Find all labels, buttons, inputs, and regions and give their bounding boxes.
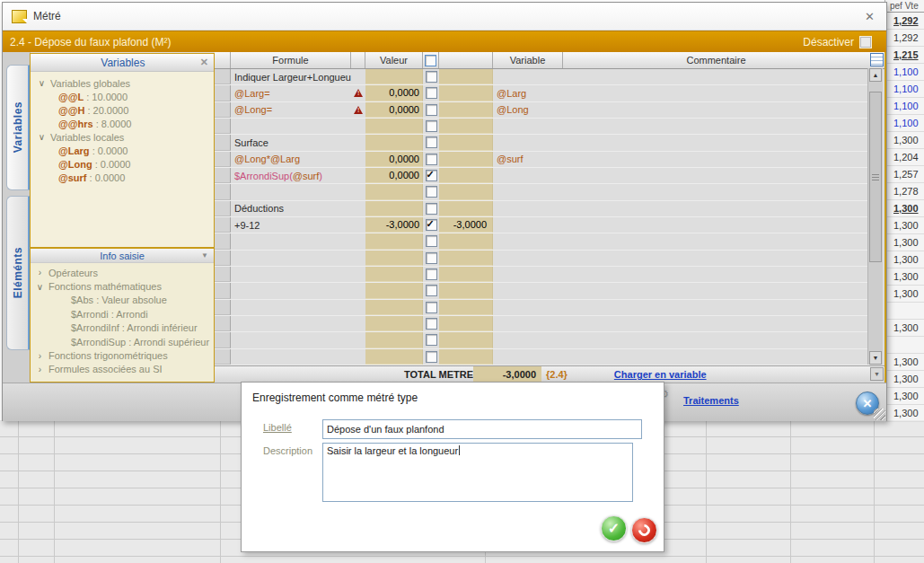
deduction-cell[interactable] [439, 168, 493, 183]
row-selector[interactable] [215, 283, 231, 298]
coef-cell[interactable]: 1,300 [885, 234, 924, 251]
col-header-valeur[interactable]: Valeur [365, 52, 423, 68]
row-checkbox[interactable] [426, 87, 437, 99]
value-cell[interactable] [365, 233, 423, 249]
comment-cell[interactable] [563, 267, 869, 282]
deduction-cell[interactable] [439, 267, 493, 282]
row-checkbox[interactable] [426, 170, 437, 181]
value-cell[interactable]: 0,0000 [365, 102, 423, 118]
treatments-link[interactable]: Traitements [683, 395, 739, 406]
coef-cell[interactable]: 1,300 [885, 286, 924, 303]
variable-cell[interactable] [493, 267, 563, 282]
value-cell[interactable] [365, 316, 423, 331]
row-checkbox[interactable] [426, 318, 437, 330]
variable-cell[interactable] [493, 283, 563, 298]
row-selector[interactable] [215, 168, 231, 183]
collapse-icon[interactable]: ▼ [196, 251, 214, 260]
chevron-down-icon[interactable]: ▼ [870, 367, 884, 381]
formula-cell[interactable] [231, 316, 351, 331]
variable-cell[interactable]: @surf [493, 152, 563, 167]
comment-cell[interactable] [563, 168, 869, 183]
row-checkbox[interactable] [426, 252, 437, 264]
deduction-cell[interactable] [439, 152, 493, 167]
function-item[interactable]: $ArrondiSup : Arrondi supérieur [31, 335, 214, 348]
row-checkbox[interactable] [426, 302, 437, 313]
variable-cell[interactable] [493, 316, 563, 331]
col-header-commentaire[interactable]: Commentaire [563, 52, 869, 68]
tree-group-globales[interactable]: ∨ Variables globales [34, 76, 210, 90]
coef-cell[interactable]: 1,300 [885, 132, 924, 149]
tab-variables[interactable]: Variables [6, 65, 31, 190]
row-checkbox[interactable] [426, 154, 437, 165]
deduction-cell[interactable] [439, 201, 493, 216]
load-as-variable-link[interactable]: Charger en variable [614, 369, 707, 380]
deduction-cell[interactable]: -3,0000 [439, 217, 493, 233]
function-item[interactable]: ∨Fonctions mathématiques [31, 279, 214, 293]
row-selector[interactable] [215, 119, 231, 134]
row-selector[interactable] [215, 152, 231, 167]
variable-cell[interactable] [493, 119, 563, 134]
variable-cell[interactable] [493, 69, 563, 84]
scrollbar-thumb[interactable] [869, 92, 882, 262]
col-header-formule[interactable]: Formule [231, 52, 351, 68]
row-checkbox[interactable] [426, 235, 437, 247]
comment-cell[interactable] [563, 201, 869, 216]
variable-cell[interactable] [493, 300, 563, 315]
formula-cell[interactable] [231, 332, 351, 347]
row-selector[interactable] [215, 184, 231, 199]
row-selector[interactable] [215, 201, 231, 216]
formula-cell[interactable] [231, 267, 351, 282]
row-selector[interactable] [215, 102, 231, 118]
row-selector[interactable] [215, 332, 231, 347]
row-selector[interactable] [215, 316, 231, 331]
row-selector[interactable] [215, 135, 231, 150]
formula-cell[interactable]: @Larg= [231, 85, 351, 101]
coef-cell[interactable]: 1,100 [885, 81, 924, 98]
row-checkbox[interactable] [426, 120, 437, 132]
comment-cell[interactable] [563, 69, 869, 84]
coef-cell[interactable]: 1,292 [885, 30, 924, 47]
formula-cell[interactable]: Surface [231, 135, 351, 150]
row-selector[interactable] [215, 267, 231, 282]
scroll-up-icon[interactable]: ▲ [869, 68, 882, 82]
libelle-input[interactable] [322, 419, 642, 439]
chevron-down-icon[interactable]: ∨ [38, 78, 46, 88]
coef-cell[interactable]: 1,215 [885, 47, 924, 64]
variable-item[interactable]: @@H : 20.0000 [34, 103, 210, 117]
coef-cell[interactable]: 1,300 [885, 268, 924, 286]
cancel-button[interactable] [631, 517, 657, 543]
coef-cell[interactable]: 1,204 [885, 149, 924, 166]
function-item[interactable]: $Abs : Valeur absolue [31, 294, 214, 307]
row-checkbox[interactable] [426, 219, 437, 231]
comment-cell[interactable] [563, 152, 869, 167]
variable-cell[interactable] [493, 184, 563, 199]
comment-cell[interactable] [563, 316, 869, 331]
coef-cell[interactable]: 1,300 [885, 251, 924, 268]
row-selector[interactable] [215, 251, 231, 266]
value-cell[interactable] [365, 184, 423, 199]
coef-cell[interactable]: 1,300 [885, 217, 924, 234]
confirm-button[interactable]: ✓ [601, 515, 627, 541]
row-checkbox[interactable] [426, 104, 437, 116]
value-cell[interactable]: 0,0000 [365, 152, 423, 167]
comment-cell[interactable] [563, 102, 869, 118]
description-textarea[interactable]: Saisir la largeur et la longueur [322, 443, 633, 502]
deduction-cell[interactable] [439, 349, 493, 365]
deduction-cell[interactable] [439, 135, 493, 150]
comment-cell[interactable] [563, 349, 869, 365]
row-selector[interactable] [215, 85, 231, 101]
deduction-cell[interactable] [439, 332, 493, 347]
formula-cell[interactable] [231, 184, 351, 199]
row-checkbox[interactable] [426, 203, 437, 215]
variable-cell[interactable] [493, 168, 563, 183]
coef-cell[interactable]: 1,292 [885, 13, 924, 30]
coef-cell[interactable]: 1,300 [885, 371, 924, 388]
comment-cell[interactable] [563, 332, 869, 347]
value-cell[interactable] [365, 283, 423, 298]
variable-item[interactable]: @@L : 10.0000 [34, 90, 210, 103]
formula-cell[interactable]: Déductions [231, 201, 351, 216]
deduction-cell[interactable] [439, 119, 493, 134]
row-checkbox[interactable] [426, 71, 437, 83]
variable-cell[interactable] [493, 135, 563, 150]
value-cell[interactable] [365, 332, 423, 347]
